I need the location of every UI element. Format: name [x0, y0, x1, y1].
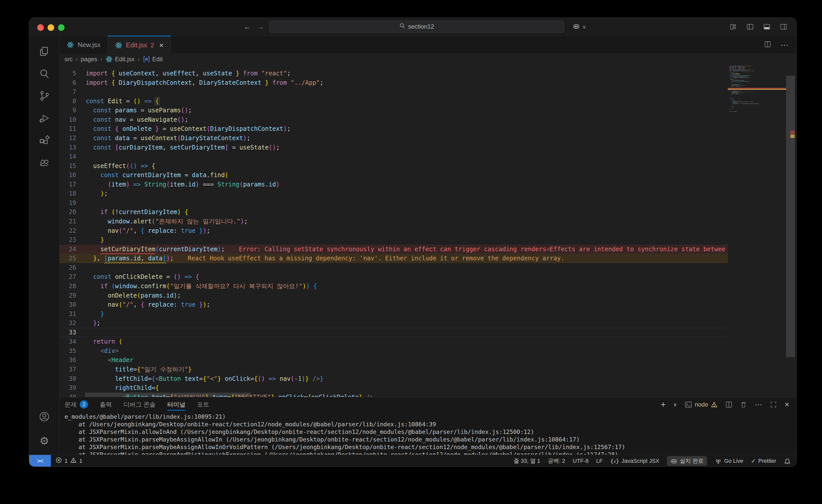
- code-token: Button: [159, 375, 181, 382]
- chevron-down-button[interactable]: ∨: [673, 402, 677, 408]
- panel-tab-디버그 콘솔[interactable]: 디버그 콘솔: [123, 397, 156, 412]
- code-line-38[interactable]: 38 leftChild={<Button text={"<"} onClick…: [59, 374, 728, 384]
- code-line-9[interactable]: 9 const params = useParams();: [59, 106, 728, 115]
- breadcrumb-item[interactable]: Edit: [143, 55, 163, 63]
- code-line-20[interactable]: 20 if (!currentDiaryItem) {: [59, 207, 728, 217]
- status-설치-완료[interactable]: 설치 완료: [667, 456, 707, 466]
- scrollbar-thumb[interactable]: [786, 76, 795, 357]
- plus-button[interactable]: +: [661, 400, 666, 409]
- breadcrumb-item[interactable]: Edit.jsx: [105, 55, 134, 63]
- code-line-19[interactable]: 19: [59, 198, 728, 208]
- split-editor-button[interactable]: [764, 41, 771, 49]
- code-line-39[interactable]: 39 rightChild={: [59, 383, 728, 393]
- toggle-secondary-sidebar-button[interactable]: [780, 23, 787, 31]
- problems-status[interactable]: 1 1: [55, 455, 82, 467]
- code-line-34[interactable]: 34 return (: [59, 337, 728, 346]
- code-line-35[interactable]: 35 <div>: [59, 346, 728, 356]
- panel-tab-출력[interactable]: 출력: [100, 397, 112, 412]
- activitybar-extensions[interactable]: [29, 129, 59, 151]
- code-line-33[interactable]: 33: [59, 328, 728, 337]
- status-bell[interactable]: [784, 456, 791, 466]
- status-go-live[interactable]: Go Live: [715, 456, 743, 466]
- code-line-12[interactable]: 12 const data = useContext(DiaryStateCon…: [59, 134, 728, 143]
- activitybar-settings[interactable]: ⚙: [29, 430, 59, 452]
- code-line-21[interactable]: 21 window.alert("존재하지 않는 일기입니다.");: [59, 217, 728, 226]
- code-editor[interactable]: 5import { useContext, useEffect, useStat…: [59, 64, 797, 397]
- command-center-search[interactable]: section12: [269, 20, 564, 33]
- activitybar-run-debug[interactable]: [29, 107, 59, 129]
- status-prettier[interactable]: ✓Prettier: [751, 456, 776, 466]
- code-line-40[interactable]: 40 <Button text={"삭제하기"} type={"NEGATIVE…: [59, 393, 728, 397]
- status-줄-33-열-1[interactable]: 줄 33, 열 1: [514, 456, 540, 466]
- status-lf[interactable]: LF: [596, 456, 603, 466]
- customize-layout-button[interactable]: [730, 23, 737, 31]
- code-line-31[interactable]: 31 }: [59, 310, 728, 319]
- code-line-23[interactable]: 23 }: [59, 235, 728, 245]
- status-utf-8[interactable]: UTF-8: [573, 456, 588, 466]
- more-actions-button[interactable]: ⋯: [781, 40, 788, 49]
- back-icon[interactable]: ←: [243, 21, 251, 32]
- code-line-5[interactable]: 5import { useContext, useEffect, useStat…: [59, 69, 728, 78]
- code-token: ,: [141, 255, 148, 262]
- code-line-29[interactable]: 29 onDelete(params.id);: [59, 291, 728, 300]
- status-javascript-jsx[interactable]: {x}JavaScript JSX: [610, 456, 659, 466]
- code-token: useState: [203, 70, 232, 77]
- copilot-menu[interactable]: ∨: [572, 18, 586, 36]
- code-line-22[interactable]: 22 nav("/", { replace: true });: [59, 226, 728, 235]
- code-line-28[interactable]: 28 if (window.confirm("일기를 삭제할까요? 다시 복구되…: [59, 282, 728, 291]
- minimap[interactable]: import { useParams, useNavigate } from "…: [728, 64, 786, 397]
- close-tab-icon[interactable]: ×: [159, 41, 164, 50]
- code-token: "일기를 삭제할까요? 다시 복구되지 않아요!": [170, 283, 303, 290]
- panel-tab-포트[interactable]: 포트: [197, 397, 209, 412]
- status-공백-2[interactable]: 공백: 2: [548, 456, 565, 466]
- activitybar-search[interactable]: [29, 62, 59, 85]
- code-line-26[interactable]: 26: [59, 263, 728, 273]
- code-line-14[interactable]: 14: [59, 152, 728, 161]
- kill-terminal-button[interactable]: [740, 401, 747, 408]
- split-terminal-button[interactable]: [725, 401, 732, 408]
- activitybar-files[interactable]: [29, 40, 59, 62]
- tab-New.jsx[interactable]: New.jsx: [59, 36, 108, 54]
- tab-Edit.jsx[interactable]: Edit.jsx2×: [108, 36, 171, 54]
- code-token: [86, 311, 100, 318]
- code-line-32[interactable]: 32 };: [59, 319, 728, 328]
- code-line-11[interactable]: 11 const { onDelete } = useContext(Diary…: [59, 124, 728, 134]
- code-line-16[interactable]: 16 const currentDiaryItem = data.find(: [59, 170, 728, 180]
- code-line-13[interactable]: 13 const [curDiaryItem, setCurDiaryItem]…: [59, 143, 728, 152]
- code-line-27[interactable]: 27 const onClickDelete = () => {: [59, 272, 728, 282]
- editor-scrollbar[interactable]: [786, 64, 795, 397]
- activitybar-source-control[interactable]: [29, 85, 59, 107]
- close-panel-button[interactable]: ×: [785, 400, 789, 409]
- code-line-15[interactable]: 15 useEffect(() => {: [59, 161, 728, 171]
- code-line-37[interactable]: 37 title={"일기 수정하기"}: [59, 365, 728, 374]
- toggle-sidebar-button[interactable]: [746, 23, 754, 31]
- terminal-more-button[interactable]: ⋯: [755, 400, 762, 409]
- code-token: currentDiaryItem: [159, 246, 218, 253]
- activitybar-copilot-chat[interactable]: [29, 151, 59, 174]
- code-line-6[interactable]: 6import { DiaryDispatchContext, DiarySta…: [59, 78, 728, 87]
- code-line-24[interactable]: 24 setCurDiaryItem(currentDiaryItem);Err…: [59, 245, 728, 254]
- terminal-instance-node[interactable]: node: [685, 401, 718, 408]
- code-line-30[interactable]: 30 nav("/", { replace: true });: [59, 300, 728, 310]
- panel-tab-문제[interactable]: 문제2: [64, 397, 88, 412]
- toggle-panel-button[interactable]: [763, 23, 771, 31]
- breadcrumb-item[interactable]: pages: [81, 56, 97, 63]
- code-line-18[interactable]: 18 );: [59, 189, 728, 198]
- code-line-17[interactable]: 17 (item) => String(item.id) === String(…: [59, 180, 728, 189]
- breadcrumb-item[interactable]: src: [64, 56, 73, 63]
- code-line-36[interactable]: 36 <Header: [59, 356, 728, 365]
- terminal-output[interactable]: e_modules/@babel/parser/lib/index.js:108…: [64, 413, 793, 458]
- activitybar-account[interactable]: [29, 406, 59, 428]
- maximize-panel-button[interactable]: [770, 401, 777, 408]
- line-number: 9: [59, 106, 76, 115]
- code-line-7[interactable]: 7: [59, 87, 728, 97]
- code-line-10[interactable]: 10 const nav = useNavigate();: [59, 115, 728, 124]
- panel-tab-터미널[interactable]: 터미널: [167, 397, 185, 412]
- close-window-button[interactable]: [37, 24, 44, 31]
- minimize-window-button[interactable]: [48, 24, 54, 31]
- code-line-8[interactable]: 8const Edit = () => {: [59, 97, 728, 106]
- forward-icon[interactable]: →: [256, 21, 265, 32]
- code-line-25[interactable]: 25 }, [params.id, data]);React Hook useE…: [59, 254, 728, 263]
- remote-indicator[interactable]: ><: [29, 455, 51, 467]
- maximize-window-button[interactable]: [58, 24, 64, 31]
